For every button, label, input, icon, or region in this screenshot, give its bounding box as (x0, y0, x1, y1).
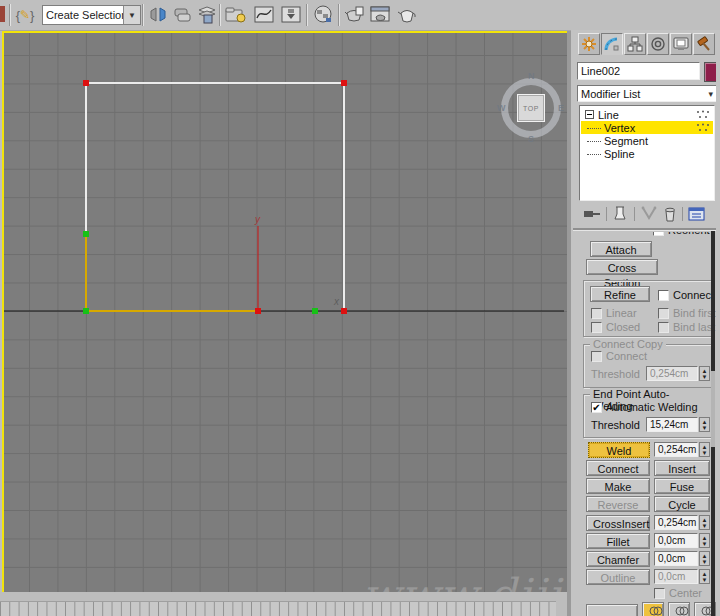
clipped-toolbar-icon (0, 6, 5, 22)
connect-copy-title: Connect Copy (590, 338, 666, 350)
combobox-arrow-icon[interactable]: ▼ (123, 6, 140, 24)
checkbox-label: Connect (673, 289, 714, 301)
cycle-button[interactable]: Cycle (654, 496, 710, 512)
spinner-arrows-icon[interactable]: ▲▼ (699, 551, 710, 566)
connect-button[interactable]: Connect (586, 460, 650, 476)
render-setup-icon[interactable] (342, 3, 366, 27)
subobject-dots-icon (696, 123, 710, 133)
separator (606, 207, 607, 221)
connect-checkbox[interactable]: Connect (658, 289, 714, 301)
stack-item-spline[interactable]: Spline (581, 147, 713, 160)
rendered-frame-window-icon[interactable] (368, 3, 392, 27)
stack-item-segment[interactable]: Segment (581, 134, 713, 147)
mirror-icon[interactable] (146, 3, 170, 27)
tab-modify[interactable] (601, 33, 623, 55)
spline-vertex[interactable] (255, 308, 261, 314)
autoweld-threshold-spinner[interactable]: 15,24cm (646, 417, 698, 432)
tab-hierarchy[interactable] (624, 33, 646, 55)
fillet-spinner[interactable]: 0,0cm (654, 533, 698, 548)
checkbox-box[interactable] (658, 290, 669, 301)
remove-modifier-icon[interactable] (663, 206, 677, 222)
cross-section-button[interactable]: Cross Section (586, 259, 658, 275)
checkbox-label: Connect (606, 350, 647, 362)
spline-vertex[interactable] (341, 308, 347, 314)
timeline-ticks[interactable] (0, 601, 556, 616)
tab-motion[interactable] (647, 33, 669, 55)
spline-vertex[interactable] (83, 308, 89, 314)
stack-item-line[interactable]: Line (581, 108, 713, 121)
make-first-button[interactable]: Make First (586, 478, 650, 494)
layer-manager-icon[interactable] (194, 3, 218, 27)
linear-checkbox: Linear (591, 307, 637, 319)
tab-utilities[interactable] (693, 33, 715, 55)
stack-item-label: Line (598, 109, 619, 121)
modifier-list-dropdown[interactable]: Modifier List ▾ (577, 85, 717, 102)
view-compass[interactable]: N E S W TOP (497, 74, 565, 142)
scrollbar-thumb[interactable] (711, 371, 715, 447)
tab-create[interactable] (578, 33, 600, 55)
spline-vertex[interactable] (83, 80, 89, 86)
checkbox-box[interactable]: ✔ (591, 402, 602, 413)
connect-copy-checkbox: Connect (591, 350, 647, 362)
stack-item-vertex[interactable]: Vertex (581, 121, 713, 134)
spinner-arrows-icon[interactable]: ▲▼ (699, 533, 710, 548)
attach-mult-button[interactable]: Attach Mult. (590, 241, 652, 257)
configure-modifier-sets-icon[interactable] (688, 206, 706, 222)
weld-button[interactable]: Weld (588, 442, 650, 458)
compass-top-button[interactable]: TOP (517, 94, 545, 122)
insert-button[interactable]: Insert (654, 460, 710, 476)
tab-display[interactable] (670, 33, 692, 55)
dropdown-arrow-icon[interactable]: ▾ (708, 89, 713, 99)
threshold-label: Threshold (591, 368, 640, 380)
align-icon[interactable] (170, 3, 194, 27)
spline-vertex[interactable] (341, 80, 347, 86)
fillet-button[interactable]: Fillet (586, 533, 650, 549)
threshold-label: Threshold (591, 419, 640, 431)
boolean-union-button[interactable] (642, 602, 664, 616)
named-selection-sets-icon[interactable]: {✎} (13, 3, 37, 27)
reorient-checkbox[interactable]: Reorient (653, 232, 710, 236)
show-end-result-icon[interactable] (612, 206, 628, 222)
tree-line (587, 140, 601, 142)
modifier-stack[interactable]: Line Vertex Segment Spline (579, 105, 715, 201)
cross-insert-spinner[interactable]: 0,254cm (654, 515, 698, 530)
curve-editor-icon[interactable] (252, 3, 276, 27)
chamfer-button[interactable]: Chamfer (586, 551, 650, 567)
top-viewport[interactable]: yx www.dijitalde N E S W TOP (2, 31, 570, 594)
spinner-arrows-icon[interactable]: ▲▼ (699, 417, 710, 432)
chamfer-spinner[interactable]: 0,0cm (654, 551, 698, 566)
pin-stack-icon[interactable] (583, 206, 601, 222)
subtract-icon (675, 604, 689, 616)
spline-vertex[interactable] (83, 231, 89, 237)
viewport-canvas[interactable]: yx (4, 33, 564, 588)
spinner-arrows-icon[interactable]: ▲▼ (699, 515, 710, 530)
track-bar[interactable] (0, 592, 567, 616)
center-checkbox: Center (654, 587, 702, 599)
refine-button[interactable]: Refine (590, 286, 650, 302)
checkbox-label: Bind first (673, 307, 716, 319)
automatic-welding-checkbox[interactable]: ✔ Automatic Welding (591, 401, 698, 413)
tree-line (587, 127, 601, 129)
material-editor-icon[interactable] (311, 3, 335, 27)
render-production-icon[interactable] (395, 3, 419, 27)
schematic-view-icon[interactable] (279, 3, 303, 27)
watermark-text: www.dijitalde (362, 569, 570, 594)
checkbox-box (658, 322, 669, 333)
separator (682, 207, 683, 221)
spinner-arrows-icon[interactable]: ▲▼ (699, 442, 710, 457)
stack-item-label: Spline (604, 148, 635, 160)
container-explorer-icon[interactable] (224, 3, 248, 27)
spline-vertex[interactable] (312, 308, 318, 314)
compass-east: E (558, 103, 564, 113)
fuse-button[interactable]: Fuse (654, 478, 710, 494)
panel-scrollbar[interactable] (711, 231, 715, 616)
checkbox-box[interactable] (653, 232, 664, 236)
cross-insert-button[interactable]: CrossInsert (586, 515, 650, 531)
object-name-field[interactable]: Line002 (577, 62, 700, 80)
boolean-button (586, 604, 638, 616)
collapse-icon[interactable] (585, 110, 594, 119)
main-toolbar: {✎} Create Selection Se ▼ (0, 0, 720, 31)
boolean-subtract-button[interactable] (668, 602, 690, 616)
weld-threshold-spinner[interactable]: 0,254cm (654, 442, 698, 457)
selection-set-combobox[interactable]: Create Selection Se ▼ (42, 5, 141, 25)
